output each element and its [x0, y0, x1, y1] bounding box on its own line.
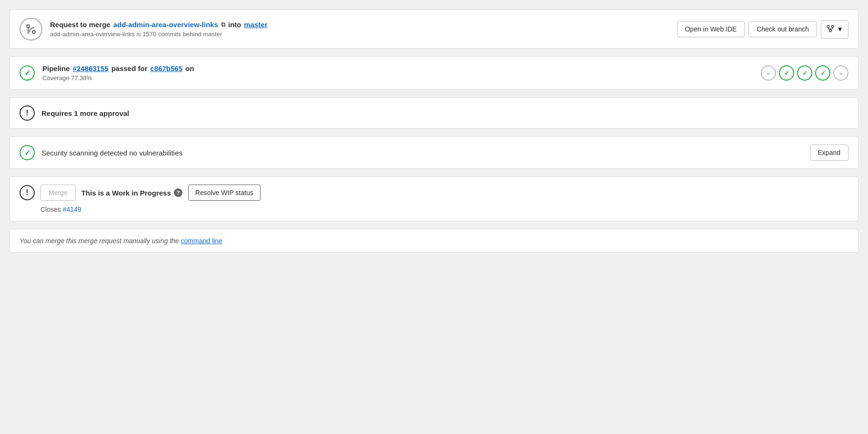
check-icon-3: [820, 70, 826, 77]
closes-row: Closes #4149: [20, 206, 848, 213]
dropdown-chevron-icon: ▼: [837, 25, 843, 33]
approval-alert-icon: [20, 105, 35, 121]
merge-button[interactable]: Merge: [40, 185, 76, 201]
wip-label: This is a Work in Progress: [81, 189, 171, 197]
command-line-link[interactable]: command line: [181, 237, 222, 245]
merge-request-header: Request to merge add-admin-area-overview…: [10, 10, 858, 49]
more-actions-button[interactable]: ▼: [821, 20, 848, 39]
source-branch-link[interactable]: add-admin-area-overview-links: [113, 21, 218, 29]
checkout-branch-button[interactable]: Check out branch: [748, 21, 817, 37]
header-subtitle: add-admin-area-overview-links is 1570 co…: [50, 31, 669, 38]
svg-point-1: [32, 31, 35, 33]
open-web-ide-button[interactable]: Open in Web IDE: [677, 21, 745, 37]
merge-icon: [20, 18, 42, 41]
note-section: You can merge this merge request manuall…: [10, 229, 858, 252]
pipeline-id-link[interactable]: #24863155: [73, 64, 109, 72]
skip-icon-1: »: [767, 70, 770, 77]
pipeline-stage-skip-1[interactable]: »: [761, 65, 776, 81]
security-section: Security scanning detected no vulnerabil…: [10, 137, 858, 168]
git-up-icon: [826, 24, 835, 34]
security-expand-button[interactable]: Expand: [810, 145, 848, 161]
pipeline-success-icon: [20, 65, 35, 81]
pipeline-card: Pipeline #24863155 passed for c867b565 o…: [10, 56, 858, 90]
pipeline-stage-skip-2[interactable]: »: [833, 65, 848, 81]
target-branch-link[interactable]: master: [244, 21, 267, 29]
header-actions: Open in Web IDE Check out branch ▼: [677, 20, 848, 39]
on-label: on: [185, 64, 194, 72]
resolve-wip-button[interactable]: Resolve WIP status: [188, 185, 261, 201]
approval-section: Requires 1 more approval: [10, 98, 858, 128]
closes-label: Closes: [40, 206, 61, 213]
pipeline-title: Pipeline #24863155 passed for c867b565 o…: [42, 64, 753, 72]
pipeline-coverage: Coverage 77.38%: [42, 74, 753, 82]
pipeline-label: Pipeline: [42, 64, 70, 72]
pipeline-info: Pipeline #24863155 passed for c867b565 o…: [42, 64, 753, 82]
pipeline-stage-success-1[interactable]: [779, 65, 794, 81]
closes-issue-link[interactable]: #4149: [63, 206, 81, 213]
pipeline-stages: » »: [761, 65, 848, 81]
wip-text-block: This is a Work in Progress ?: [81, 188, 182, 197]
header-text-block: Request to merge add-admin-area-overview…: [50, 21, 669, 38]
security-text: Security scanning detected no vulnerabil…: [41, 149, 803, 157]
skip-icon-2: »: [839, 70, 842, 77]
security-check-icon: [20, 145, 35, 160]
pipeline-stage-success-2[interactable]: [797, 65, 812, 81]
note-text-before: You can merge this merge request manuall…: [20, 237, 179, 245]
approval-card: Requires 1 more approval: [10, 97, 858, 129]
into-label: into: [228, 21, 242, 29]
check-icon-2: [802, 70, 807, 77]
approval-message: Requires 1 more approval: [41, 109, 129, 117]
passed-label: passed for: [111, 64, 148, 72]
note-card: You can merge this merge request manuall…: [10, 229, 858, 253]
copy-icon[interactable]: ⧉: [221, 21, 225, 29]
approval-text: Requires 1 more approval: [41, 109, 848, 117]
wip-alert-icon: [20, 185, 35, 200]
commit-hash-link[interactable]: c867b565: [150, 64, 182, 72]
request-to-merge-label: Request to merge: [50, 21, 111, 29]
wip-card: Merge This is a Work in Progress ? Resol…: [10, 176, 858, 221]
pipeline-stage-success-3[interactable]: [815, 65, 830, 81]
security-card: Security scanning detected no vulnerabil…: [10, 136, 858, 169]
check-icon-1: [784, 70, 789, 77]
wip-help-icon[interactable]: ?: [174, 188, 182, 197]
wip-row: Merge This is a Work in Progress ? Resol…: [20, 185, 848, 201]
header-title: Request to merge add-admin-area-overview…: [50, 21, 669, 29]
